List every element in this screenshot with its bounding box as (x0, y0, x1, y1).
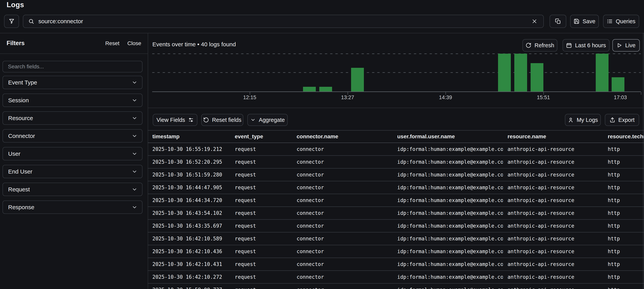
filter-group-connector[interactable]: Connector (2, 129, 142, 143)
x-axis-tick (446, 92, 446, 95)
cell-resource-name: anthropic-api-resource (503, 220, 603, 232)
cell-timestamp: 2025-10-30 16:42:10.272 (148, 271, 230, 284)
live-label: Live (625, 42, 636, 49)
upload-icon (610, 117, 615, 123)
table-row[interactable]: 2025-10-30 16:52:20.295requestconnectori… (148, 156, 644, 168)
column-header-user-formal-user-name: user.formal.user.name (392, 131, 503, 143)
table-row[interactable]: 2025-10-30 16:43:54.102requestconnectori… (148, 207, 644, 220)
my-logs-button[interactable]: My Logs (565, 114, 601, 126)
table-row[interactable]: 2025-10-30 16:55:19.212requestconnectori… (148, 143, 644, 156)
cell-timestamp: 2025-10-30 16:43:35.697 (148, 220, 230, 232)
chart-bar-15:36[interactable] (514, 54, 527, 91)
cell-user-formal-user-name: idp:formal:human:example@example.com (392, 271, 503, 284)
reset-fields-button[interactable]: Reset fields (201, 114, 243, 126)
x-axis-tick (641, 92, 641, 95)
view-fields-button[interactable]: View Fields (153, 114, 197, 126)
cell-event-type: request (230, 143, 292, 156)
cell-timestamp: 2025-10-30 16:43:54.102 (148, 207, 230, 220)
cell-event-type: request (230, 168, 292, 181)
funnel-icon (8, 18, 15, 24)
table-row[interactable]: 2025-10-30 16:44:34.720requestconnectori… (148, 194, 644, 207)
cell-resource-technology: http (603, 168, 644, 181)
cell-resource-technology: http (603, 220, 644, 232)
table-row[interactable]: 2025-10-30 16:44:47.905requestconnectori… (148, 181, 644, 194)
cell-user-formal-user-name: idp:formal:human:example@example.com (392, 168, 503, 181)
cell-event-type: request (230, 207, 292, 220)
cell-user-formal-user-name: idp:formal:human:example@example.com (392, 258, 503, 271)
chart-bar-12:59[interactable] (303, 87, 316, 91)
queries-button[interactable]: Queries (603, 15, 639, 28)
cell-connector-name: connector (292, 284, 392, 289)
cell-resource-technology: http (603, 245, 644, 258)
filters-close-button[interactable]: Close (127, 40, 141, 46)
reset-fields-label: Reset fields (212, 117, 242, 123)
filter-group-resource[interactable]: Resource (2, 111, 142, 125)
chart-bar-13:11[interactable] (319, 87, 332, 91)
chart-bar-15:48[interactable] (530, 63, 544, 91)
table-row[interactable]: 2025-10-30 16:51:59.280requestconnectori… (148, 168, 644, 181)
cell-resource-name: anthropic-api-resource (503, 181, 603, 194)
column-header-event-type: event_type (230, 131, 292, 143)
filter-group-response[interactable]: Response (2, 201, 142, 214)
export-button[interactable]: Export (605, 114, 639, 126)
table-header-row: timestampevent_typeconnector.nameuser.fo… (148, 131, 644, 143)
x-axis-tick (250, 92, 250, 95)
sliders-icon (188, 117, 194, 123)
chart-bar-16:48[interactable] (612, 77, 624, 91)
log-search-input[interactable] (38, 18, 527, 25)
rotate-ccw-icon (203, 117, 209, 123)
cell-connector-name: connector (292, 207, 392, 220)
chevron-down-icon (132, 187, 138, 192)
cell-resource-name: anthropic-api-resource (503, 232, 603, 245)
cell-connector-name: connector (292, 258, 392, 271)
chart-bar-15:24[interactable] (498, 54, 511, 91)
clear-search-icon[interactable] (530, 17, 538, 25)
filter-group-end-user[interactable]: End User (2, 165, 142, 178)
table-row[interactable]: 2025-10-30 15:59:00.737requestconnectori… (148, 284, 644, 289)
save-icon (574, 18, 580, 24)
cell-resource-technology: http (603, 156, 644, 168)
table-row[interactable]: 2025-10-30 16:42:10.431requestconnectori… (148, 258, 644, 271)
chart-bar-13:35[interactable] (351, 68, 364, 91)
cell-event-type: request (230, 156, 292, 168)
live-button[interactable]: Live (612, 39, 640, 51)
filter-group-user[interactable]: User (2, 147, 142, 160)
filters-reset-button[interactable]: Reset (105, 40, 120, 46)
refresh-button[interactable]: Refresh (522, 39, 557, 51)
cell-user-formal-user-name: idp:formal:human:example@example.com (392, 181, 503, 194)
cell-event-type: request (230, 258, 292, 271)
time-range-button[interactable]: Last 6 hours (562, 39, 610, 51)
cell-resource-name: anthropic-api-resource (503, 168, 603, 181)
page-title: Logs (6, 1, 24, 9)
field-search-input[interactable] (2, 61, 142, 72)
list-icon (607, 18, 612, 24)
cell-resource-technology: http (603, 271, 644, 284)
filter-group-request[interactable]: Request (2, 183, 142, 196)
save-button[interactable]: Save (570, 15, 599, 28)
table-row[interactable]: 2025-10-30 16:43:35.697requestconnectori… (148, 220, 644, 232)
header-divider (0, 33, 644, 33)
table-row[interactable]: 2025-10-30 16:42:10.589requestconnectori… (148, 232, 644, 245)
copy-query-button[interactable] (550, 15, 566, 28)
cell-event-type: request (230, 232, 292, 245)
filter-group-session[interactable]: Session (2, 94, 142, 107)
log-table-container[interactable]: timestampevent_typeconnector.nameuser.fo… (148, 130, 644, 289)
cell-connector-name: connector (292, 143, 392, 156)
cell-resource-name: anthropic-api-resource (503, 143, 603, 156)
cell-connector-name: connector (292, 245, 392, 258)
cell-connector-name: connector (292, 156, 392, 168)
filter-toggle-button[interactable] (4, 15, 19, 28)
x-axis-label: 13:27 (341, 94, 354, 100)
cell-timestamp: 2025-10-30 16:42:10.436 (148, 245, 230, 258)
table-row[interactable]: 2025-10-30 16:42:10.436requestconnectori… (148, 245, 644, 258)
log-search-bar[interactable] (23, 15, 544, 28)
aggregate-button[interactable]: Aggregate (247, 114, 288, 126)
cell-user-formal-user-name: idp:formal:human:example@example.com (392, 143, 503, 156)
table-row[interactable]: 2025-10-30 16:42:10.272requestconnectori… (148, 271, 644, 284)
filter-group-event-type[interactable]: Event Type (2, 76, 142, 89)
cell-resource-name: anthropic-api-resource (503, 258, 603, 271)
column-header-timestamp: timestamp (148, 131, 230, 143)
chart-bar-16:36[interactable] (596, 54, 608, 91)
column-header-resource-technology: resource.technology (603, 131, 644, 143)
filter-group-label: End User (8, 168, 32, 175)
